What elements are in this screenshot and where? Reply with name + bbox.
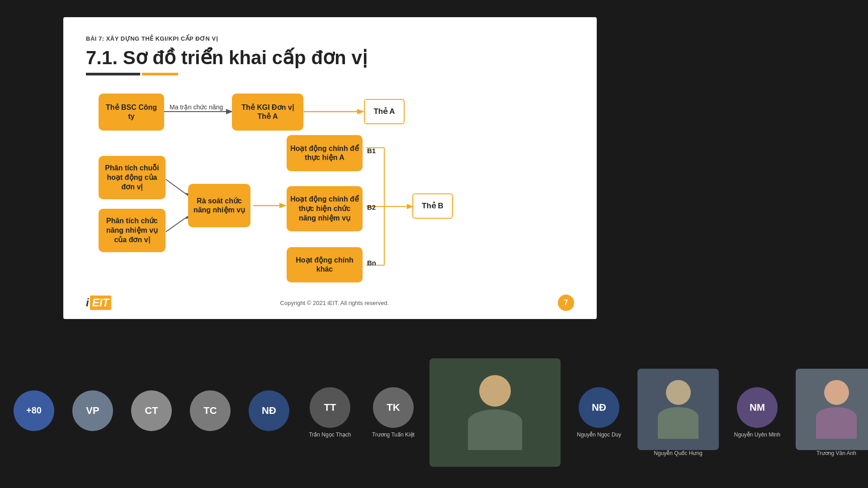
label-b1: B1 xyxy=(367,147,376,155)
page-number: 7 xyxy=(558,295,574,311)
participant-ct[interactable]: CT xyxy=(122,390,181,435)
avatar-tc[interactable]: TC xyxy=(190,390,231,431)
diagram: Thẻ BSC Công ty Ma trận chức năng Thẻ KG… xyxy=(86,89,574,306)
slide-title: 7.1. Sơ đồ triển khai cấp đơn vị xyxy=(86,47,574,69)
participant-nd[interactable]: NĐ xyxy=(240,390,298,435)
svg-marker-9 xyxy=(279,203,287,208)
box-phan-tich-chuc-nang: Phân tích chức năng nhiệm vụ của đơn vị xyxy=(99,209,165,252)
photo-hung xyxy=(637,369,719,450)
logo-i: i xyxy=(86,296,89,309)
participant-vp[interactable]: VP xyxy=(63,390,122,435)
underline-dark xyxy=(86,73,140,75)
participant-photo-anh[interactable]: Trương Văn Anh xyxy=(791,369,868,456)
box-ra-soat: Rà soát chức năng nhiệm vụ xyxy=(188,184,250,227)
slide-footer: i EIT Copyright © 2021 iEIT. All rights … xyxy=(86,295,574,311)
footer-copyright: Copyright © 2021 iEIT. All rights reserv… xyxy=(280,300,389,306)
box-phan-tich-chuoi: Phân tích chuỗi hoạt động của đơn vị xyxy=(99,156,165,199)
underline-orange xyxy=(142,73,178,75)
svg-marker-3 xyxy=(357,109,364,114)
box-hoat-dong-3: Hoạt động chính khác xyxy=(287,247,363,282)
participant-tc[interactable]: TC xyxy=(181,390,240,435)
avatar-vp[interactable]: VP xyxy=(72,390,113,431)
slide-subtitle: BÀI 7: XÂY DỰNG THẺ KGI/KPI CẤP ĐƠN VỊ xyxy=(86,35,574,42)
arrow-label-matrix: Ma trận chức năng xyxy=(170,103,223,111)
logo-eit: EIT xyxy=(90,296,111,310)
participants-bar: +80 VP CT TC NĐ TT Trần Ngọc Thạch TK Tr… xyxy=(0,337,868,488)
person-silhouette xyxy=(468,375,522,450)
participant-anh-name: Trương Văn Anh xyxy=(816,450,856,456)
box-hoat-dong-1: Hoạt động chính để thực hiện A xyxy=(287,135,363,171)
silhouette-head xyxy=(479,375,511,407)
participant-nm-name: Nguyễn Uyên Minh xyxy=(734,432,780,438)
avatar-nm[interactable]: NM xyxy=(737,387,778,428)
box-the-b: Thẻ B xyxy=(412,193,453,219)
participant-nd2-name: Nguyễn Ngọc Duy xyxy=(577,432,621,438)
participant-more[interactable]: +80 xyxy=(5,390,63,435)
silhouette-body xyxy=(468,409,522,450)
logo: i EIT xyxy=(86,296,111,310)
participant-tk[interactable]: TK Trương Tuấn Kiệt xyxy=(362,387,425,438)
avatar-more[interactable]: +80 xyxy=(14,390,54,431)
participant-tt-name: Trần Ngọc Thạch xyxy=(309,432,351,438)
participant-nd2[interactable]: NĐ Nguyễn Ngọc Duy xyxy=(565,387,633,438)
box-bsc: Thẻ BSC Công ty xyxy=(99,94,164,131)
photo-anh xyxy=(796,369,868,450)
label-b2: B2 xyxy=(367,203,376,211)
participant-video[interactable] xyxy=(425,358,565,467)
svg-line-4 xyxy=(166,179,188,195)
label-bn: Bn xyxy=(367,259,376,267)
box-kgi: Thẻ KGI Đơn vị Thẻ A xyxy=(232,94,303,131)
participant-nm[interactable]: NM Nguyễn Uyên Minh xyxy=(723,387,791,438)
avatar-nd2[interactable]: NĐ xyxy=(579,387,619,428)
participant-hung-name: Nguyễn Quốc Hưng xyxy=(654,450,702,456)
participant-tk-name: Trương Tuấn Kiệt xyxy=(372,432,415,438)
box-the-a: Thẻ A xyxy=(364,99,405,124)
slide-container: BÀI 7: XÂY DỰNG THẺ KGI/KPI CẤP ĐƠN VỊ 7… xyxy=(63,17,597,319)
svg-line-5 xyxy=(166,216,188,232)
title-underline xyxy=(86,73,574,75)
avatar-ct[interactable]: CT xyxy=(131,390,172,431)
avatar-nd[interactable]: NĐ xyxy=(249,390,289,431)
avatar-tk[interactable]: TK xyxy=(373,387,414,428)
participant-photo-hung[interactable]: Nguyễn Quốc Hưng xyxy=(633,369,723,456)
box-hoat-dong-2: Hoạt động chính để thực hiện chức năng n… xyxy=(287,186,363,231)
participant-tt[interactable]: TT Trần Ngọc Thạch xyxy=(298,387,362,438)
avatar-tt[interactable]: TT xyxy=(310,387,350,428)
video-frame xyxy=(429,358,561,467)
